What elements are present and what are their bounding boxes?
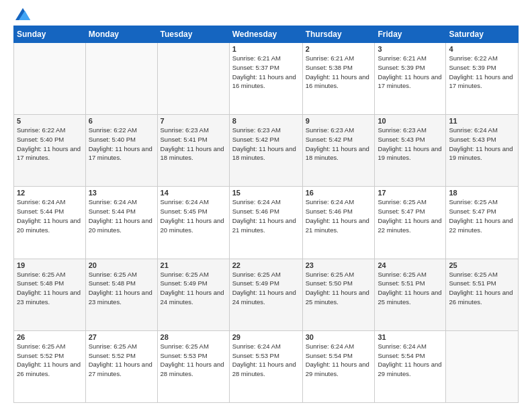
day-cell: 26Sunrise: 6:25 AMSunset: 5:52 PMDayligh…	[14, 330, 86, 402]
day-cell: 13Sunrise: 6:24 AMSunset: 5:44 PMDayligh…	[85, 187, 157, 259]
week-row-5: 26Sunrise: 6:25 AMSunset: 5:52 PMDayligh…	[14, 330, 519, 402]
day-number: 12	[17, 189, 83, 197]
day-info: Sunrise: 6:25 AMSunset: 5:53 PMDaylight:…	[161, 342, 226, 379]
day-cell: 27Sunrise: 6:25 AMSunset: 5:52 PMDayligh…	[85, 330, 157, 402]
col-header-monday: Monday	[85, 26, 157, 43]
day-number: 8	[232, 117, 300, 125]
col-header-sunday: Sunday	[14, 26, 86, 43]
day-number: 21	[161, 261, 226, 269]
week-row-1: 1Sunrise: 6:21 AMSunset: 5:37 PMDaylight…	[14, 43, 519, 115]
col-header-wednesday: Wednesday	[229, 26, 302, 43]
day-cell: 4Sunrise: 6:22 AMSunset: 5:39 PMDaylight…	[446, 43, 519, 115]
logo-icon	[15, 8, 30, 20]
day-number: 17	[378, 189, 443, 197]
day-cell: 24Sunrise: 6:25 AMSunset: 5:51 PMDayligh…	[375, 259, 446, 330]
day-cell: 14Sunrise: 6:24 AMSunset: 5:45 PMDayligh…	[157, 187, 229, 259]
day-cell: 22Sunrise: 6:25 AMSunset: 5:49 PMDayligh…	[229, 259, 302, 330]
day-info: Sunrise: 6:24 AMSunset: 5:53 PMDaylight:…	[232, 342, 300, 379]
day-number: 26	[17, 333, 83, 341]
day-info: Sunrise: 6:25 AMSunset: 5:50 PMDaylight:…	[306, 270, 372, 307]
day-info: Sunrise: 6:22 AMSunset: 5:40 PMDaylight:…	[17, 126, 83, 163]
day-number: 16	[306, 189, 372, 197]
day-cell: 25Sunrise: 6:25 AMSunset: 5:51 PMDayligh…	[446, 259, 519, 330]
day-cell: 17Sunrise: 6:25 AMSunset: 5:47 PMDayligh…	[375, 187, 446, 259]
day-info: Sunrise: 6:25 AMSunset: 5:48 PMDaylight:…	[89, 270, 154, 307]
day-cell: 7Sunrise: 6:23 AMSunset: 5:41 PMDaylight…	[157, 115, 229, 187]
day-info: Sunrise: 6:25 AMSunset: 5:47 PMDaylight:…	[378, 197, 443, 234]
day-info: Sunrise: 6:23 AMSunset: 5:43 PMDaylight:…	[378, 126, 443, 163]
calendar-table: SundayMondayTuesdayWednesdayThursdayFrid…	[13, 26, 519, 403]
day-number: 6	[89, 117, 154, 125]
day-cell: 21Sunrise: 6:25 AMSunset: 5:49 PMDayligh…	[157, 259, 229, 330]
day-number: 25	[449, 261, 515, 269]
day-number: 31	[378, 333, 443, 341]
day-info: Sunrise: 6:25 AMSunset: 5:49 PMDaylight:…	[232, 270, 300, 307]
header-row: SundayMondayTuesdayWednesdayThursdayFrid…	[14, 26, 519, 43]
day-number: 30	[306, 333, 372, 341]
day-number: 5	[17, 117, 83, 125]
day-cell	[446, 330, 519, 402]
day-cell: 6Sunrise: 6:22 AMSunset: 5:40 PMDaylight…	[85, 115, 157, 187]
day-number: 23	[306, 261, 372, 269]
day-number: 7	[161, 117, 226, 125]
day-info: Sunrise: 6:25 AMSunset: 5:52 PMDaylight:…	[89, 342, 154, 379]
day-info: Sunrise: 6:21 AMSunset: 5:39 PMDaylight:…	[378, 54, 443, 91]
day-info: Sunrise: 6:24 AMSunset: 5:44 PMDaylight:…	[89, 197, 154, 234]
day-info: Sunrise: 6:25 AMSunset: 5:52 PMDaylight:…	[17, 342, 83, 379]
day-number: 4	[449, 45, 515, 53]
day-number: 24	[378, 261, 443, 269]
day-number: 22	[232, 261, 300, 269]
day-number: 13	[89, 189, 154, 197]
day-number: 29	[232, 333, 300, 341]
day-cell: 28Sunrise: 6:25 AMSunset: 5:53 PMDayligh…	[157, 330, 229, 402]
day-info: Sunrise: 6:25 AMSunset: 5:49 PMDaylight:…	[161, 270, 226, 307]
week-row-2: 5Sunrise: 6:22 AMSunset: 5:40 PMDaylight…	[14, 115, 519, 187]
day-cell: 16Sunrise: 6:24 AMSunset: 5:46 PMDayligh…	[302, 187, 375, 259]
day-info: Sunrise: 6:25 AMSunset: 5:51 PMDaylight:…	[378, 270, 443, 307]
col-header-thursday: Thursday	[302, 26, 375, 43]
page: SundayMondayTuesdayWednesdayThursdayFrid…	[0, 0, 532, 411]
day-info: Sunrise: 6:23 AMSunset: 5:41 PMDaylight:…	[161, 126, 226, 163]
week-row-4: 19Sunrise: 6:25 AMSunset: 5:48 PMDayligh…	[14, 259, 519, 330]
day-number: 10	[378, 117, 443, 125]
day-cell: 8Sunrise: 6:23 AMSunset: 5:42 PMDaylight…	[229, 115, 302, 187]
day-number: 19	[17, 261, 83, 269]
day-cell: 19Sunrise: 6:25 AMSunset: 5:48 PMDayligh…	[14, 259, 86, 330]
day-info: Sunrise: 6:24 AMSunset: 5:46 PMDaylight:…	[232, 197, 300, 234]
col-header-saturday: Saturday	[446, 26, 519, 43]
day-info: Sunrise: 6:21 AMSunset: 5:37 PMDaylight:…	[232, 54, 300, 91]
day-cell: 5Sunrise: 6:22 AMSunset: 5:40 PMDaylight…	[14, 115, 86, 187]
day-info: Sunrise: 6:22 AMSunset: 5:39 PMDaylight:…	[449, 54, 515, 91]
day-info: Sunrise: 6:25 AMSunset: 5:47 PMDaylight:…	[449, 197, 515, 234]
day-cell: 1Sunrise: 6:21 AMSunset: 5:37 PMDaylight…	[229, 43, 302, 115]
logo	[13, 11, 30, 20]
day-number: 2	[306, 45, 372, 53]
day-cell	[85, 43, 157, 115]
day-cell: 30Sunrise: 6:24 AMSunset: 5:54 PMDayligh…	[302, 330, 375, 402]
day-info: Sunrise: 6:21 AMSunset: 5:38 PMDaylight:…	[306, 54, 372, 91]
day-cell	[14, 43, 86, 115]
day-cell: 20Sunrise: 6:25 AMSunset: 5:48 PMDayligh…	[85, 259, 157, 330]
day-cell: 29Sunrise: 6:24 AMSunset: 5:53 PMDayligh…	[229, 330, 302, 402]
col-header-friday: Friday	[375, 26, 446, 43]
day-number: 1	[232, 45, 300, 53]
day-number: 20	[89, 261, 154, 269]
day-number: 27	[89, 333, 154, 341]
day-number: 14	[161, 189, 226, 197]
day-number: 3	[378, 45, 443, 53]
day-number: 15	[232, 189, 300, 197]
day-info: Sunrise: 6:22 AMSunset: 5:40 PMDaylight:…	[89, 126, 154, 163]
day-cell: 23Sunrise: 6:25 AMSunset: 5:50 PMDayligh…	[302, 259, 375, 330]
day-info: Sunrise: 6:24 AMSunset: 5:44 PMDaylight:…	[17, 197, 83, 234]
day-number: 9	[306, 117, 372, 125]
day-info: Sunrise: 6:24 AMSunset: 5:54 PMDaylight:…	[306, 342, 372, 379]
day-info: Sunrise: 6:23 AMSunset: 5:42 PMDaylight:…	[232, 126, 300, 163]
day-cell	[157, 43, 229, 115]
day-cell: 3Sunrise: 6:21 AMSunset: 5:39 PMDaylight…	[375, 43, 446, 115]
day-cell: 11Sunrise: 6:24 AMSunset: 5:43 PMDayligh…	[446, 115, 519, 187]
day-info: Sunrise: 6:23 AMSunset: 5:42 PMDaylight:…	[306, 126, 372, 163]
day-info: Sunrise: 6:24 AMSunset: 5:54 PMDaylight:…	[378, 342, 443, 379]
col-header-tuesday: Tuesday	[157, 26, 229, 43]
day-cell: 15Sunrise: 6:24 AMSunset: 5:46 PMDayligh…	[229, 187, 302, 259]
day-cell: 10Sunrise: 6:23 AMSunset: 5:43 PMDayligh…	[375, 115, 446, 187]
